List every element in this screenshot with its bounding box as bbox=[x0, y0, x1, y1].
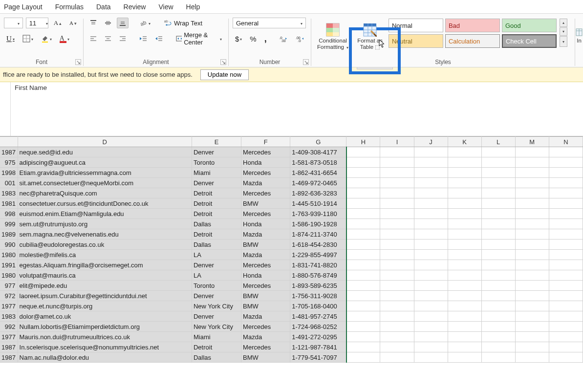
col-header-j[interactable]: J bbox=[414, 137, 448, 147]
cell[interactable] bbox=[549, 311, 583, 322]
cell[interactable] bbox=[481, 342, 515, 352]
orientation-icon[interactable]: ab▾ bbox=[137, 18, 153, 28]
cell[interactable] bbox=[515, 332, 549, 342]
cell[interactable]: Miami bbox=[192, 168, 241, 178]
cell[interactable]: Denver bbox=[192, 178, 241, 188]
cell[interactable]: molestie@mifelis.ca bbox=[18, 250, 192, 260]
cell[interactable] bbox=[481, 281, 515, 291]
table-row[interactable]: 001sit.amet.consectetuer@nequeMorbi.comD… bbox=[0, 178, 583, 188]
cell[interactable] bbox=[380, 291, 414, 301]
cell[interactable]: BMW bbox=[241, 291, 290, 301]
table-row[interactable]: 1987neque.sed@id.eduDenverMercedes1-409-… bbox=[0, 147, 583, 157]
cell[interactable] bbox=[380, 209, 414, 219]
cell[interactable]: adipiscing@augueut.ca bbox=[18, 157, 192, 168]
cell[interactable]: 1-229-855-4997 bbox=[290, 250, 346, 260]
alignment-launcher-icon[interactable]: ↘ bbox=[220, 59, 226, 65]
cell[interactable]: 992 bbox=[0, 322, 18, 332]
cell[interactable]: Denver bbox=[192, 311, 241, 322]
cell[interactable] bbox=[549, 188, 583, 198]
cell[interactable] bbox=[549, 168, 583, 178]
cell[interactable]: 1-469-972-0465 bbox=[290, 178, 346, 188]
cell[interactable] bbox=[481, 188, 515, 198]
cell[interactable] bbox=[515, 301, 549, 311]
table-row[interactable]: 972laoreet.ipsum.Curabitur@egettincidunt… bbox=[0, 291, 583, 301]
cell[interactable]: Detroit bbox=[192, 188, 241, 198]
underline-icon[interactable]: U▾ bbox=[4, 33, 17, 44]
cell[interactable] bbox=[380, 322, 414, 332]
cell[interactable] bbox=[414, 322, 448, 332]
cell[interactable] bbox=[414, 178, 448, 188]
cell[interactable]: Mercedes bbox=[241, 281, 290, 291]
cell[interactable]: 1989 bbox=[0, 229, 18, 240]
cell[interactable] bbox=[380, 229, 414, 240]
cell[interactable]: 998 bbox=[0, 209, 18, 219]
cell[interactable]: 1983 bbox=[0, 311, 18, 322]
cell[interactable]: laoreet.ipsum.Curabitur@egettinciduntdui… bbox=[18, 291, 192, 301]
cell[interactable] bbox=[549, 332, 583, 342]
cell[interactable]: Mercedes bbox=[241, 322, 290, 332]
decrease-indent-icon[interactable] bbox=[137, 33, 150, 44]
styles-scroll-down-icon[interactable]: ▾ bbox=[560, 27, 567, 36]
cell[interactable] bbox=[380, 332, 414, 342]
cell[interactable]: New York City bbox=[192, 322, 241, 332]
cell[interactable] bbox=[380, 352, 414, 363]
cell[interactable] bbox=[481, 219, 515, 229]
cell[interactable] bbox=[414, 332, 448, 342]
cell[interactable] bbox=[515, 250, 549, 260]
cell[interactable] bbox=[481, 311, 515, 322]
cell[interactable] bbox=[481, 332, 515, 342]
cell[interactable] bbox=[380, 157, 414, 168]
cell[interactable]: sem.ut@rutrumjusto.org bbox=[18, 219, 192, 229]
cell[interactable]: Denver bbox=[192, 260, 241, 270]
cell[interactable] bbox=[448, 188, 481, 198]
col-header-f[interactable]: F bbox=[241, 137, 290, 147]
cell[interactable]: New York City bbox=[192, 301, 241, 311]
cell[interactable] bbox=[380, 301, 414, 311]
cell[interactable] bbox=[380, 240, 414, 250]
cell[interactable] bbox=[481, 198, 515, 209]
table-row[interactable]: 1977neque.et.nunc@turpis.orgNew York Cit… bbox=[0, 301, 583, 311]
cell[interactable]: Detroit bbox=[192, 198, 241, 209]
style-good[interactable]: Good bbox=[502, 19, 557, 32]
formula-input[interactable]: First Name bbox=[11, 82, 583, 136]
cell[interactable] bbox=[549, 157, 583, 168]
cell[interactable] bbox=[414, 147, 448, 157]
tab-page-layout[interactable]: Page Layout bbox=[3, 3, 43, 11]
cell[interactable] bbox=[380, 281, 414, 291]
cell[interactable]: sem.magna.nec@velvenenatis.edu bbox=[18, 229, 192, 240]
table-row[interactable]: 998euismod.enim.Etiam@Namligula.eduDetro… bbox=[0, 209, 583, 219]
borders-icon[interactable]: ▾ bbox=[20, 33, 36, 44]
cell[interactable] bbox=[346, 240, 380, 250]
cell[interactable]: 1-121-987-7841 bbox=[290, 342, 346, 352]
cell[interactable]: 1-409-308-4177 bbox=[290, 147, 346, 157]
font-color-icon[interactable]: A ▾ bbox=[57, 33, 72, 44]
cell[interactable] bbox=[448, 311, 481, 322]
wrap-text-button[interactable]: ab Wrap Text bbox=[162, 18, 205, 28]
cell[interactable]: 999 bbox=[0, 219, 18, 229]
cell[interactable] bbox=[380, 219, 414, 229]
cell[interactable] bbox=[448, 301, 481, 311]
cell[interactable]: Mazda bbox=[241, 332, 290, 342]
cell[interactable]: 1-779-541-7097 bbox=[290, 352, 346, 363]
cell[interactable] bbox=[549, 301, 583, 311]
cell[interactable] bbox=[414, 270, 448, 281]
cell[interactable] bbox=[448, 291, 481, 301]
col-header-k[interactable]: K bbox=[448, 137, 481, 147]
cell[interactable] bbox=[346, 147, 380, 157]
cell[interactable]: 1981 bbox=[0, 198, 18, 209]
tab-help[interactable]: Help bbox=[185, 3, 201, 11]
cell[interactable] bbox=[346, 311, 380, 322]
cell[interactable] bbox=[448, 352, 481, 363]
cell[interactable] bbox=[448, 157, 481, 168]
cell[interactable]: egestas.Aliquam.fringilla@orcisemeget.co… bbox=[18, 260, 192, 270]
cell[interactable]: BMW bbox=[241, 198, 290, 209]
cell[interactable]: Dallas bbox=[192, 352, 241, 363]
cell[interactable] bbox=[549, 147, 583, 157]
cell[interactable]: 1998 bbox=[0, 168, 18, 178]
table-row[interactable]: 990cubilia@eudoloregestas.co.ukDallasBMW… bbox=[0, 240, 583, 250]
table-row[interactable]: 1989sem.magna.nec@velvenenatis.eduDetroi… bbox=[0, 229, 583, 240]
col-header-e[interactable]: E bbox=[192, 137, 241, 147]
cell[interactable]: Mercedes bbox=[241, 342, 290, 352]
cell[interactable]: 1-581-873-0518 bbox=[290, 157, 346, 168]
cell[interactable]: Mercedes bbox=[241, 147, 290, 157]
